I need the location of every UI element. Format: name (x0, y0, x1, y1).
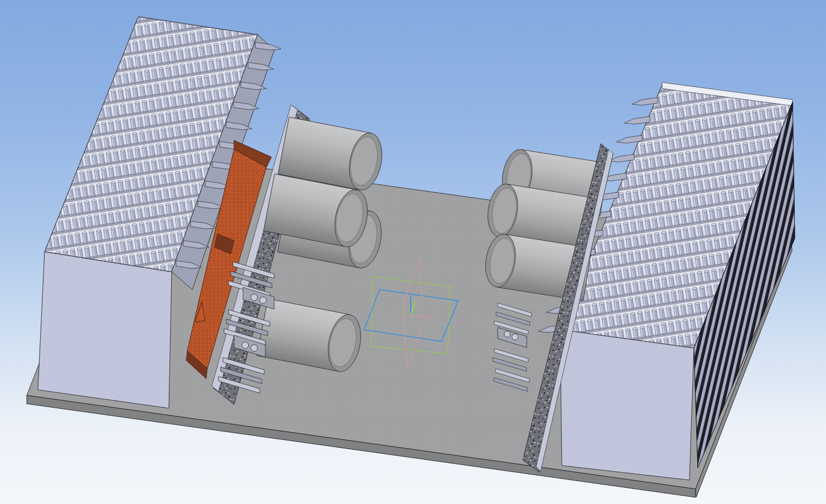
transistor-hole (251, 345, 257, 351)
cad-scene[interactable] (0, 0, 826, 504)
transistor-hole (242, 342, 249, 349)
cad-viewport[interactable] (0, 0, 826, 504)
transistor-hole (512, 334, 518, 340)
transistor-hole (260, 297, 266, 304)
transistor-hole (251, 294, 257, 301)
right-heatsink-front-face (560, 330, 694, 480)
left-heatsink-front-face (38, 252, 172, 408)
transistor-hole (504, 331, 511, 337)
